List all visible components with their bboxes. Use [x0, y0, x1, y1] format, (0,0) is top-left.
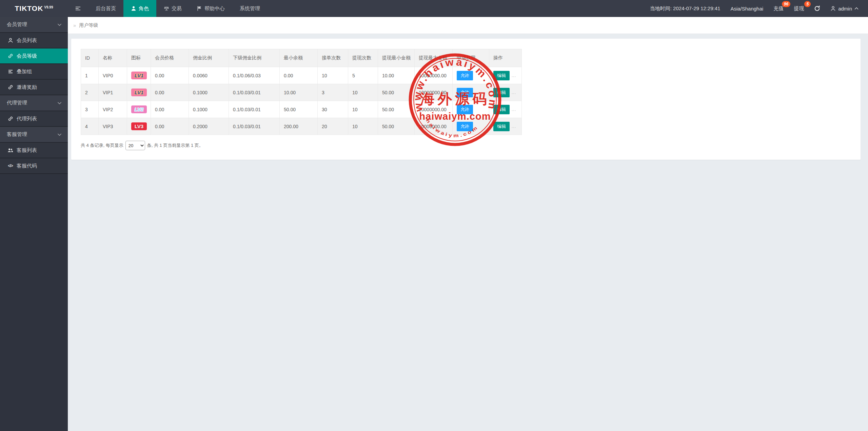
admin-menu[interactable]: admin — [830, 6, 859, 12]
code-icon: </> — [7, 163, 13, 169]
sidebar-item-support-code[interactable]: </> 客服代码 — [0, 158, 68, 174]
withdraw-label: 提现 — [794, 5, 804, 11]
main-area: ID 名称 图标 会员价格 佣金比例 下级佣金比例 最小余额 接单次数 提现次数… — [68, 34, 868, 160]
cell-commission: 0.1000 — [189, 84, 229, 101]
sidebar-group-support[interactable]: 客服管理 — [0, 127, 68, 143]
sidebar-group-members[interactable]: 会员管理 — [0, 17, 68, 33]
refresh-icon — [814, 5, 820, 12]
sidebar-item-label: 叠加组 — [17, 68, 32, 75]
person-icon — [131, 6, 136, 11]
sidebar-item-label: 客服列表 — [17, 147, 37, 154]
cell-id: 2 — [81, 84, 99, 101]
page-title: 用户等级 — [79, 22, 98, 28]
sidebar-item-member-level[interactable]: 会员等级 — [0, 48, 68, 64]
sidebar-item-label: 代理列表 — [17, 116, 37, 122]
nav-item-help-center[interactable]: 帮助中心 — [189, 0, 232, 17]
cell-withdraw-min: 10.00 — [378, 67, 415, 84]
sidebar-group-label: 客服管理 — [7, 131, 27, 138]
nav-item-system[interactable]: 系统管理 — [232, 0, 268, 17]
cell-sub-commission: 0.1/0.06/0.03 — [229, 67, 280, 84]
nav-item-trade[interactable]: 交易 — [156, 0, 189, 17]
hamburger-icon — [75, 6, 81, 11]
col-header-name: 名称 — [99, 49, 127, 67]
cell-commission: 0.0060 — [189, 67, 229, 84]
cell-withdraw-min: 50.00 — [378, 101, 415, 118]
cell-commission: 0.1000 — [189, 101, 229, 118]
main-content: » 用户等级 ID 名称 图标 会员价格 佣金比例 — [68, 17, 868, 431]
sidebar-item-support-list[interactable]: 客服列表 — [0, 143, 68, 158]
level-badge: LV1 — [131, 72, 147, 79]
refresh-button[interactable] — [814, 5, 820, 12]
cell-withdraw-max: 10000000.00 — [415, 84, 453, 101]
edit-button[interactable]: 编辑 — [493, 71, 510, 80]
sidebar-group-agents[interactable]: 代理管理 — [0, 95, 68, 111]
withdraw-badge: 5 — [804, 1, 811, 7]
sidebar-item-invite-reward[interactable]: 邀请奖励 — [0, 80, 68, 95]
cell-name: VIP2 — [99, 101, 127, 118]
cell-withdraw-max: 10000000.00 — [415, 67, 453, 84]
logo-version: V9.99 — [44, 5, 53, 9]
sidebar: 会员管理 会员列表 会员等级 叠加组 邀请奖励 代理管理 代理列表 客服管理 客… — [0, 17, 68, 431]
more-dots: … — [511, 90, 516, 95]
cell-withdraw-times: 5 — [348, 67, 378, 84]
nav-item-roles[interactable]: 角色 — [123, 0, 156, 17]
col-header-withdraw-min: 提现最小金额 — [378, 49, 415, 67]
nav-item-label: 帮助中心 — [204, 5, 225, 12]
cell-order-times: 30 — [318, 101, 348, 118]
col-header-actions: 操作 — [489, 49, 522, 67]
user-level-table: ID 名称 图标 会员价格 佣金比例 下级佣金比例 最小余额 接单次数 提现次数… — [81, 49, 522, 135]
timezone: Asia/Shanghai — [730, 6, 763, 12]
withdraw-link[interactable]: 提现 5 — [794, 5, 804, 12]
cell-price: 0.00 — [151, 84, 189, 101]
sidebar-item-stack-group[interactable]: 叠加组 — [0, 64, 68, 80]
page-size-select[interactable]: 20 — [125, 141, 145, 150]
sidebar-item-label: 客服代码 — [17, 163, 37, 169]
nav-item-label: 交易 — [172, 5, 182, 12]
chevron-down-icon — [57, 23, 62, 26]
allow-button[interactable]: 允许 — [457, 105, 473, 114]
cell-min-balance: 10.00 — [280, 84, 318, 101]
cell-name: VIP1 — [99, 84, 127, 101]
cell-price: 0.00 — [151, 67, 189, 84]
sidebar-item-label: 会员列表 — [17, 37, 37, 44]
flag-icon — [197, 6, 202, 11]
admin-label: admin — [838, 6, 852, 12]
nav-item-label: 后台首页 — [96, 5, 116, 12]
recharge-link[interactable]: 充值 96 — [773, 5, 784, 12]
cell-withdraw-min: 50.00 — [378, 118, 415, 135]
edit-button[interactable]: 编辑 — [493, 105, 510, 114]
link-icon — [8, 53, 13, 59]
cell-commission: 0.2000 — [189, 118, 229, 135]
nav-item-dashboard[interactable]: 后台首页 — [88, 0, 123, 17]
top-navbar: TIKTOKV9.99 后台首页 角色 交易 帮助中心 系统管理 当地时间: 2… — [0, 0, 868, 17]
table-row: 1 VIP0 LV1 0.00 0.0060 0.1/0.06/0.03 0.0… — [81, 67, 522, 84]
more-dots: … — [511, 123, 516, 129]
link-icon — [8, 116, 13, 121]
edit-button[interactable]: 编辑 — [493, 88, 510, 97]
cell-name: VIP0 — [99, 67, 127, 84]
breadcrumb-separator: » — [73, 22, 76, 28]
table-card: ID 名称 图标 会员价格 佣金比例 下级佣金比例 最小余额 接单次数 提现次数… — [71, 39, 861, 160]
allow-button[interactable]: 允许 — [457, 71, 473, 80]
sidebar-item-agent-list[interactable]: 代理列表 — [0, 111, 68, 127]
cell-order-times: 20 — [318, 118, 348, 135]
chevron-down-icon — [57, 133, 62, 136]
sidebar-group-label: 会员管理 — [7, 21, 27, 28]
cell-withdraw-times: 10 — [348, 84, 378, 101]
col-header-price: 会员价格 — [151, 49, 189, 67]
sidebar-item-member-list[interactable]: 会员列表 — [0, 33, 68, 48]
edit-button[interactable]: 编辑 — [493, 122, 510, 131]
cell-price: 0.00 — [151, 118, 189, 135]
pagination-suffix: 条, 共 1 页当前显示第 1 页。 — [147, 142, 203, 149]
cell-min-balance: 50.00 — [280, 101, 318, 118]
col-header-withdraw-max: 提现最大金额 — [415, 49, 453, 67]
logo-text: TIKTOK — [15, 4, 43, 13]
allow-button[interactable]: 允许 — [457, 88, 473, 97]
cell-sub-commission: 0.1/0.03/0.01 — [229, 84, 280, 101]
cell-price: 0.00 — [151, 101, 189, 118]
col-header-icon: 图标 — [127, 49, 151, 67]
chevron-up-icon — [854, 7, 859, 10]
menu-toggle-button[interactable] — [68, 0, 88, 17]
allow-button[interactable]: 允许 — [457, 122, 473, 131]
breadcrumb: » 用户等级 — [68, 17, 868, 34]
